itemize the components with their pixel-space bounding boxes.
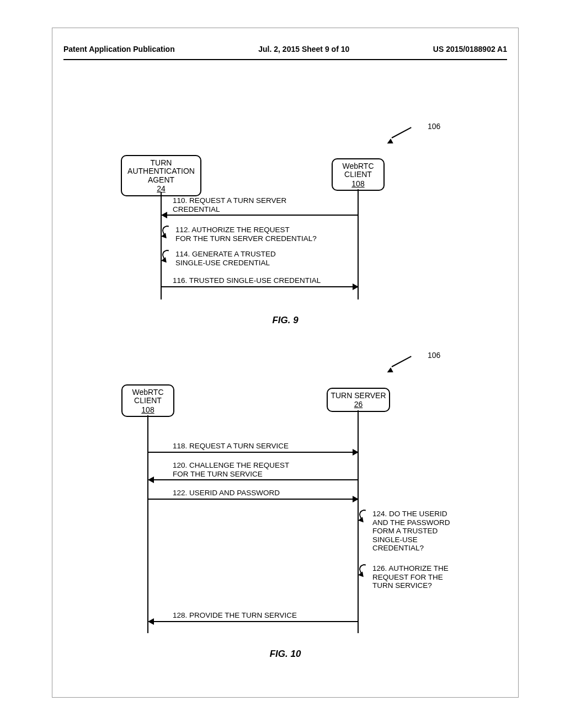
- msg-110-line: [167, 215, 359, 216]
- patent-page: Patent Application Publication Jul. 2, 2…: [52, 28, 519, 698]
- msg-118-line: [148, 452, 354, 453]
- header-center: Jul. 2, 2015 Sheet 9 of 10: [175, 45, 433, 53]
- actor-right-ref: 108: [335, 180, 381, 188]
- arrow-right-icon: [353, 449, 359, 456]
- callout-106-fig9: 106: [428, 122, 440, 131]
- actor-right-title-fig10: TURN SERVER: [331, 391, 386, 400]
- msg-128-label: 128. PROVIDE THE TURN SERVICE: [173, 611, 297, 620]
- msg-120-line: [153, 479, 359, 480]
- actor-right-ref-fig10: 26: [330, 400, 387, 409]
- arrow-left-icon: [148, 477, 154, 483]
- self-arrow-icon: [161, 233, 167, 239]
- self-arrow-icon: [161, 257, 167, 263]
- lifeline-turn-auth: [161, 192, 162, 299]
- msg-118-label: 118. REQUEST A TURN SERVICE: [173, 442, 289, 451]
- msg-114-label: 114. GENERATE A TRUSTED SINGLE-USE CREDE…: [175, 250, 276, 267]
- msg-116-label: 116. TRUSTED SINGLE-USE CREDENTIAL: [173, 276, 321, 285]
- actor-turn-server: TURN SERVER 26: [327, 388, 390, 412]
- header-right: US 2015/0188902 A1: [433, 45, 507, 53]
- actor-left-title: TURN AUTHENTICATION AGENT: [127, 158, 195, 184]
- header-left: Patent Application Publication: [63, 45, 175, 53]
- arrow-right-icon: [353, 496, 359, 502]
- arrow-right-icon: [353, 283, 359, 290]
- arrow-left-icon: [161, 212, 167, 218]
- self-arrow-icon: [358, 517, 364, 523]
- callout-arrow-icon: [386, 138, 393, 146]
- msg-120-label: 120. CHALLENGE THE REQUEST FOR THE TURN …: [173, 461, 289, 478]
- callout-line-fig9: [392, 127, 412, 138]
- figure-9: 106 TURN AUTHENTICATION AGENT 24 WebRTC …: [52, 127, 518, 337]
- msg-110-label: 110. REQUEST A TURN SERVER CREDENTIAL: [173, 196, 286, 213]
- figure-10-caption: FIG. 10: [52, 649, 518, 660]
- lifeline-webrtc-fig10: [147, 415, 148, 633]
- msg-124-label: 124. DO THE USERID AND THE PASSWORD FORM…: [372, 510, 472, 553]
- callout-106-fig10: 106: [428, 351, 440, 360]
- callout-line-fig10: [392, 356, 412, 367]
- self-arrow-icon: [358, 571, 364, 577]
- actor-right-title: WebRTC CLIENT: [342, 162, 374, 179]
- lifeline-webrtc-fig9: [358, 189, 359, 299]
- page-header: Patent Application Publication Jul. 2, 2…: [63, 45, 507, 53]
- figure-9-caption: FIG. 9: [52, 315, 518, 326]
- header-rule: [63, 59, 507, 60]
- msg-122-line: [148, 499, 354, 500]
- arrow-left-icon: [148, 618, 154, 625]
- actor-webrtc-client-fig9: WebRTC CLIENT 108: [332, 158, 385, 191]
- actor-left-ref-fig10: 108: [125, 406, 171, 414]
- msg-128-line: [153, 621, 359, 622]
- msg-116-line: [161, 286, 353, 287]
- actor-turn-auth-agent: TURN AUTHENTICATION AGENT 24: [121, 155, 201, 196]
- msg-122-label: 122. USERID AND PASSWORD: [173, 489, 280, 497]
- msg-112-label: 112. AUTHORIZE THE REQUEST FOR THE TURN …: [175, 226, 317, 243]
- figure-10: 106 WebRTC CLIENT 108 TURN SERVER 26 118…: [52, 354, 518, 662]
- callout-arrow-icon: [386, 367, 393, 375]
- actor-webrtc-client-fig10: WebRTC CLIENT 108: [121, 384, 174, 417]
- msg-126-label: 126. AUTHORIZE THE REQUEST FOR THE TURN …: [372, 564, 472, 590]
- actor-left-title-fig10: WebRTC CLIENT: [132, 388, 163, 405]
